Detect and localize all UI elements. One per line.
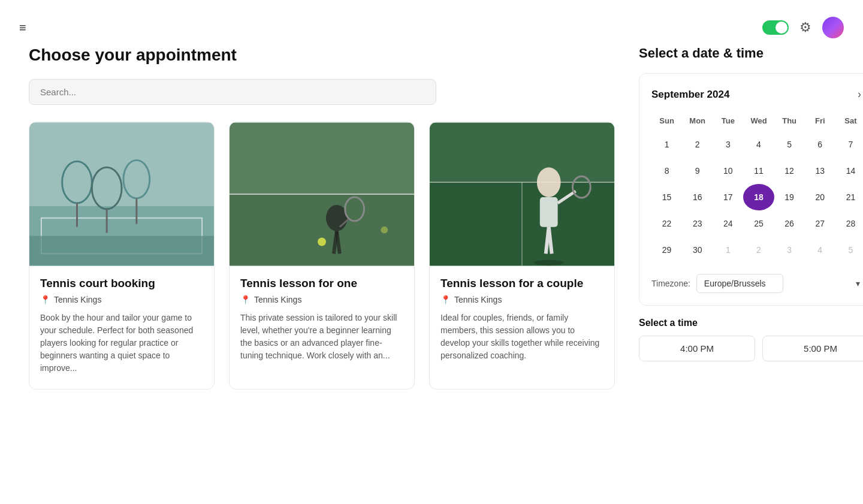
calendar-weekday-row: Sun Mon Tue Wed Thu Fri Sat xyxy=(651,113,863,131)
calendar-day-4-5[interactable]: 4 xyxy=(805,237,835,263)
time-slots: 4:00 PM5:00 PM xyxy=(639,336,863,361)
calendar-day-0-6[interactable]: 7 xyxy=(835,131,863,158)
card-title-court: Tennis court booking xyxy=(40,277,203,290)
svg-point-30 xyxy=(534,259,564,265)
calendar-month: September 2024 xyxy=(651,89,729,101)
card-court-booking[interactable]: Tennis court booking 📍 Tennis Kings Book… xyxy=(29,122,215,390)
calendar-day-2-5[interactable]: 20 xyxy=(805,184,835,210)
calendar-day-2-4[interactable]: 19 xyxy=(774,184,805,210)
location-icon-court: 📍 xyxy=(40,295,50,304)
svg-point-19 xyxy=(381,227,388,234)
calendar-day-3-4[interactable]: 26 xyxy=(774,210,805,237)
main-content: Choose your appointment xyxy=(0,46,863,390)
calendar-day-4-0[interactable]: 29 xyxy=(651,237,682,263)
calendar-day-2-6[interactable]: 21 xyxy=(835,184,863,210)
calendar-day-4-6[interactable]: 5 xyxy=(835,237,863,263)
svg-rect-25 xyxy=(540,197,558,227)
weekday-sun: Sun xyxy=(651,113,682,131)
card-description-lesson-couple: Ideal for couples, friends, or family me… xyxy=(440,312,604,362)
weekday-mon: Mon xyxy=(682,113,713,131)
search-input[interactable] xyxy=(29,79,436,105)
calendar-day-1-4[interactable]: 12 xyxy=(774,158,805,184)
card-body-lesson-one: Tennis lesson for one 📍 Tennis Kings Thi… xyxy=(230,266,414,376)
calendar-week-3: 22232425262728 xyxy=(651,210,863,237)
calendar-day-4-4[interactable]: 3 xyxy=(774,237,805,263)
calendar-day-0-1[interactable]: 2 xyxy=(682,131,713,158)
card-image-lesson xyxy=(230,122,414,266)
calendar-day-3-1[interactable]: 23 xyxy=(682,210,713,237)
calendar-day-3-3[interactable]: 25 xyxy=(743,210,774,237)
location-icon-lesson-one: 📍 xyxy=(240,295,251,304)
card-body-court: Tennis court booking 📍 Tennis Kings Book… xyxy=(29,266,214,389)
weekday-wed: Wed xyxy=(743,113,774,131)
panel-title: Select a date & time xyxy=(639,46,863,61)
calendar-day-2-3[interactable]: 18 xyxy=(743,184,774,210)
calendar-day-1-0[interactable]: 8 xyxy=(651,158,682,184)
card-location-text-court: Tennis Kings xyxy=(54,295,101,304)
svg-rect-9 xyxy=(29,236,214,266)
calendar-day-4-2[interactable]: 1 xyxy=(713,237,743,263)
card-lesson-one[interactable]: Tennis lesson for one 📍 Tennis Kings Thi… xyxy=(229,122,415,390)
card-location-text-lesson-one: Tennis Kings xyxy=(254,295,301,304)
calendar-day-4-1[interactable]: 30 xyxy=(682,237,713,263)
toggle-switch[interactable] xyxy=(762,20,789,35)
calendar-next-button[interactable]: › xyxy=(853,86,863,103)
calendar-day-3-2[interactable]: 24 xyxy=(713,210,743,237)
gear-icon[interactable]: ⚙ xyxy=(799,20,811,35)
calendar-day-1-2[interactable]: 10 xyxy=(713,158,743,184)
card-image-couple xyxy=(430,122,614,266)
card-location-lesson-one: 📍 Tennis Kings xyxy=(240,295,403,304)
hamburger-icon[interactable]: ≡ xyxy=(19,21,26,35)
calendar-day-2-2[interactable]: 17 xyxy=(713,184,743,210)
card-title-lesson-couple: Tennis lesson for a couple xyxy=(440,277,604,290)
calendar-week-2: 15161718192021 xyxy=(651,184,863,210)
card-title-lesson-one: Tennis lesson for one xyxy=(240,277,403,290)
calendar-day-0-4[interactable]: 5 xyxy=(774,131,805,158)
calendar-grid: Sun Mon Tue Wed Thu Fri Sat 123456789101… xyxy=(651,113,863,263)
svg-point-24 xyxy=(537,167,561,197)
search-bar xyxy=(29,79,436,105)
card-description-court: Book by the hour and tailor your game to… xyxy=(40,312,203,375)
calendar-day-4-3[interactable]: 2 xyxy=(743,237,774,263)
timezone-dropdown-wrapper: Europe/BrusselsAmerica/New_YorkUTCAsia/T… xyxy=(696,274,863,293)
cards-container: Tennis court booking 📍 Tennis Kings Book… xyxy=(29,122,615,390)
calendar-day-2-1[interactable]: 16 xyxy=(682,184,713,210)
calendar-day-3-0[interactable]: 22 xyxy=(651,210,682,237)
card-lesson-couple[interactable]: Tennis lesson for a couple 📍 Tennis King… xyxy=(429,122,615,390)
calendar-day-0-0[interactable]: 1 xyxy=(651,131,682,158)
card-body-lesson-couple: Tennis lesson for a couple 📍 Tennis King… xyxy=(430,266,614,376)
calendar-week-4: 293012345 xyxy=(651,237,863,263)
left-section: Choose your appointment xyxy=(29,46,615,390)
time-section-title: Select a time xyxy=(639,318,863,328)
calendar-day-0-3[interactable]: 4 xyxy=(743,131,774,158)
weekday-fri: Fri xyxy=(805,113,835,131)
card-location-text-lesson-couple: Tennis Kings xyxy=(454,295,502,304)
weekday-sat: Sat xyxy=(835,113,863,131)
calendar-wrapper: September 2024 › Sun Mon Tue Wed Thu Fri… xyxy=(639,73,863,306)
timezone-label: Timezone: xyxy=(651,279,690,288)
avatar[interactable] xyxy=(822,17,844,38)
weekday-thu: Thu xyxy=(774,113,805,131)
calendar-day-1-3[interactable]: 11 xyxy=(743,158,774,184)
topbar: ≡ ⚙ xyxy=(0,0,863,46)
calendar-day-0-5[interactable]: 6 xyxy=(805,131,835,158)
card-location-lesson-couple: 📍 Tennis Kings xyxy=(440,295,604,304)
calendar-day-1-1[interactable]: 9 xyxy=(682,158,713,184)
calendar-day-3-5[interactable]: 27 xyxy=(805,210,835,237)
calendar-day-0-2[interactable]: 3 xyxy=(713,131,743,158)
calendar-day-2-0[interactable]: 15 xyxy=(651,184,682,210)
timezone-row: Timezone: Europe/BrusselsAmerica/New_Yor… xyxy=(651,274,863,293)
time-slot-0[interactable]: 4:00 PM xyxy=(639,336,755,361)
location-icon-lesson-couple: 📍 xyxy=(440,295,451,304)
calendar-day-3-6[interactable]: 28 xyxy=(835,210,863,237)
card-location-court: 📍 Tennis Kings xyxy=(40,295,203,304)
calendar-day-1-5[interactable]: 13 xyxy=(805,158,835,184)
time-slot-1[interactable]: 5:00 PM xyxy=(762,336,863,361)
card-image-court xyxy=(29,122,214,266)
card-description-lesson-one: This private session is tailored to your… xyxy=(240,312,403,362)
calendar-week-0: 1234567 xyxy=(651,131,863,158)
calendar-day-1-6[interactable]: 14 xyxy=(835,158,863,184)
timezone-select[interactable]: Europe/BrusselsAmerica/New_YorkUTCAsia/T… xyxy=(696,274,783,293)
page-title: Choose your appointment xyxy=(29,46,615,65)
calendar-header: September 2024 › xyxy=(651,86,863,103)
